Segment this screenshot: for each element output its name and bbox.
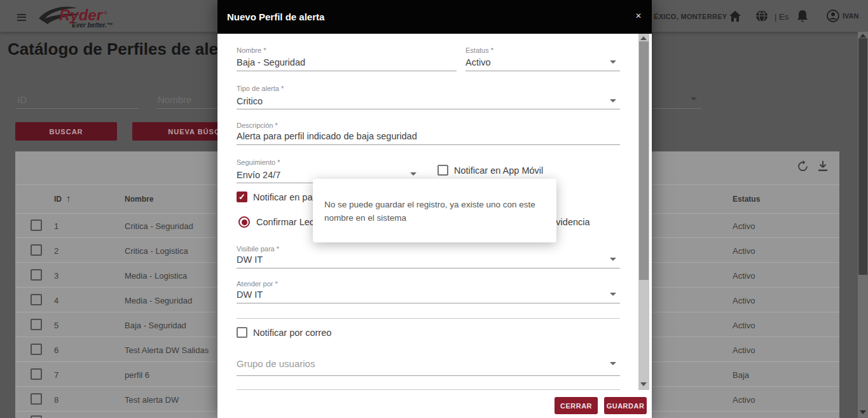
status-value: Activo xyxy=(733,395,755,405)
seguimiento-label: Seguimiento * xyxy=(237,158,280,166)
notificar-correo-checkbox[interactable] xyxy=(237,327,247,338)
location-selector[interactable]: ÉXICO, MONTERREY xyxy=(654,13,738,20)
download-icon[interactable] xyxy=(817,160,829,175)
language-label[interactable]: | Es xyxy=(775,12,789,22)
chevron-down-icon[interactable] xyxy=(610,99,616,102)
ryder-tagline: Ever better.™ xyxy=(72,22,113,29)
ryder-logo: Ryder ® Ever better.™ xyxy=(35,3,121,30)
tipo-alerta-select[interactable]: Critico xyxy=(237,96,263,106)
sort-asc-icon[interactable]: ↑ xyxy=(66,193,71,204)
nombre-input[interactable]: Baja - Seguridad xyxy=(237,57,305,67)
atender-por-select[interactable]: DW IT xyxy=(237,289,263,300)
scroll-up-icon[interactable] xyxy=(860,34,866,38)
row-checkbox[interactable] xyxy=(31,393,42,405)
notificar-pantalla-checkbox[interactable]: ✓ xyxy=(237,192,247,202)
guardar-button[interactable]: GUARDAR xyxy=(604,397,647,414)
column-header-id[interactable]: ID xyxy=(54,195,62,204)
user-name: IVAN xyxy=(843,12,858,20)
column-header-nombre[interactable]: Nombre xyxy=(125,195,153,204)
ryder-logo-text: Ryder xyxy=(59,6,104,24)
hamburger-menu-icon[interactable] xyxy=(17,12,26,22)
notificar-app-movil-checkbox[interactable] xyxy=(437,165,448,176)
filter-dropdown-arrow-icon[interactable] xyxy=(691,97,697,101)
visible-para-label: Visibile para * xyxy=(237,245,279,253)
status-value: Activo xyxy=(733,296,755,305)
avatar xyxy=(827,10,839,22)
globe-icon[interactable] xyxy=(755,10,768,25)
atender-por-label: Atender por * xyxy=(237,280,278,288)
filter-id-input[interactable]: ID xyxy=(17,94,27,105)
status-value: Activo xyxy=(733,321,755,330)
page-scrollbar-thumb[interactable] xyxy=(858,38,867,275)
status-value: Activo xyxy=(733,246,755,256)
row-checkbox[interactable] xyxy=(31,368,42,380)
notifications-bell-icon[interactable] xyxy=(797,10,808,25)
confirmar-lectura-radio[interactable] xyxy=(238,216,250,228)
nombre-label: Nombre * xyxy=(237,46,266,54)
row-checkbox[interactable] xyxy=(31,294,42,305)
visible-para-select[interactable]: DW IT xyxy=(237,254,263,265)
notificar-app-movil-label: Notificar en App Móvil xyxy=(454,165,543,176)
toast-notification: No se puede guardar el registro, ya exis… xyxy=(313,179,556,242)
row-checkbox[interactable] xyxy=(31,269,42,281)
modal-scrollbar-thumb[interactable] xyxy=(639,41,649,280)
tipo-alerta-label: Tipo de alerta * xyxy=(237,85,284,92)
grupo-usuarios-select[interactable]: Grupo de usuarios xyxy=(237,358,315,369)
scroll-up-icon[interactable] xyxy=(640,36,647,40)
chevron-down-icon[interactable] xyxy=(610,362,616,365)
seguimiento-select[interactable]: Envío 24/7 xyxy=(237,170,280,180)
notificar-correo-label: Notificar por correo xyxy=(253,328,331,338)
home-icon[interactable] xyxy=(729,10,741,25)
row-checkbox[interactable] xyxy=(31,319,42,330)
estatus-select[interactable]: Activo xyxy=(465,57,491,67)
scroll-down-icon[interactable] xyxy=(640,382,647,386)
descripcion-input[interactable]: Alerta para perfil indicado de baja segu… xyxy=(237,131,417,141)
divider xyxy=(237,389,620,390)
cerrar-button[interactable]: CERRAR xyxy=(555,397,598,414)
filter-nombre-input[interactable]: Nombre xyxy=(158,94,191,105)
location-label: ÉXICO, MONTERREY xyxy=(654,13,727,20)
row-checkbox[interactable] xyxy=(31,415,42,418)
status-value: Baja xyxy=(733,370,749,380)
app-root: Ryder ® Ever better.™ ÉXICO, MONTERREY |… xyxy=(0,0,868,418)
toast-message: No se puede guardar el registro, ya exis… xyxy=(324,199,546,225)
status-value: Activo xyxy=(733,271,755,281)
estatus-label: Estatus * xyxy=(465,46,493,54)
filter-id-underline xyxy=(16,108,139,109)
divider xyxy=(237,318,620,319)
chevron-down-icon[interactable] xyxy=(610,293,616,296)
scroll-down-icon[interactable] xyxy=(860,410,866,414)
close-icon[interactable]: ✕ xyxy=(635,11,642,20)
chevron-down-icon[interactable] xyxy=(610,60,616,64)
row-checkbox[interactable] xyxy=(31,219,42,231)
svg-text:®: ® xyxy=(104,10,107,16)
descripcion-label: Descripción * xyxy=(237,122,278,129)
column-header-estatus[interactable]: Estatus xyxy=(733,195,760,204)
chevron-down-icon[interactable] xyxy=(410,172,417,176)
status-value: Activo xyxy=(733,345,755,355)
status-value: Activo xyxy=(733,221,755,231)
user-menu[interactable]: IVAN xyxy=(827,10,858,22)
refresh-icon[interactable] xyxy=(797,160,809,175)
row-checkbox[interactable] xyxy=(31,344,42,355)
row-checkbox[interactable] xyxy=(31,244,42,256)
buscar-button[interactable]: BUSCAR xyxy=(15,122,117,141)
modal-header: Nuevo Perfil de alerta ✕ xyxy=(217,0,652,34)
chevron-down-icon[interactable] xyxy=(610,258,616,261)
modal-title: Nuevo Perfil de alerta xyxy=(227,11,324,22)
page-title: Catálogo de Perfiles de alerta xyxy=(8,39,239,59)
